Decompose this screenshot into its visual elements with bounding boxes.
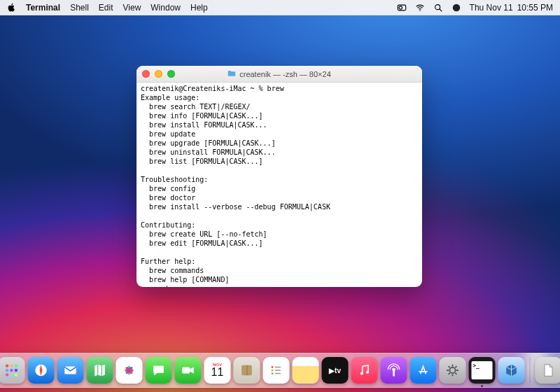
dock-terminal-icon[interactable]: >_ [469, 357, 496, 384]
svg-point-12 [10, 369, 13, 372]
dock-maps-icon[interactable] [87, 357, 113, 384]
terminal-output[interactable]: createnik@Createniks-iMac ~ % brew Examp… [136, 83, 422, 287]
menu-help[interactable]: Help [190, 3, 208, 13]
svg-point-14 [6, 373, 8, 376]
svg-point-4 [452, 4, 460, 11]
menu-bar: Terminal Shell Edit View Window Help Thu… [0, 0, 560, 15]
dock-contacts-icon[interactable] [234, 357, 260, 384]
dock-downloads-icon[interactable] [536, 357, 561, 384]
svg-point-33 [360, 372, 363, 374]
window-close-button[interactable] [142, 70, 150, 78]
menu-view[interactable]: View [123, 3, 141, 13]
svg-rect-1 [399, 6, 402, 8]
menubar-date[interactable]: Thu Nov 11 [470, 3, 513, 13]
svg-rect-18 [64, 367, 76, 374]
dock-podcasts-icon[interactable] [381, 357, 407, 384]
svg-point-2 [419, 10, 421, 11]
dock-photos-icon[interactable] [116, 357, 143, 384]
menu-shell[interactable]: Shell [70, 3, 89, 13]
svg-point-3 [435, 4, 440, 9]
svg-point-13 [15, 369, 18, 372]
svg-point-31 [272, 370, 274, 372]
svg-point-9 [10, 364, 13, 367]
window-titlebar[interactable]: createnik — -zsh — 80×24 [136, 66, 422, 83]
wifi-icon[interactable] [415, 3, 425, 13]
siri-icon[interactable] [451, 3, 461, 13]
svg-point-8 [6, 364, 8, 367]
dock-tv-icon[interactable]: ▶tv [322, 357, 349, 384]
menu-window[interactable]: Window [150, 3, 181, 13]
svg-point-16 [15, 373, 18, 376]
dock-facetime-icon[interactable] [175, 357, 202, 384]
dock-safari-icon[interactable] [28, 357, 55, 384]
dock-music-icon[interactable] [351, 357, 378, 384]
dock-mail-icon[interactable] [57, 357, 84, 384]
svg-point-34 [366, 371, 369, 374]
dock-notes-icon[interactable] [293, 357, 319, 384]
terminal-window[interactable]: createnik — -zsh — 80×24 createnik@Creat… [136, 66, 422, 287]
dock: NOV11▶tv>_ [0, 353, 560, 388]
svg-point-10 [15, 364, 18, 367]
control-center-icon[interactable] [397, 3, 407, 13]
dock-preferences-icon[interactable] [440, 357, 466, 384]
dock-appstore-icon[interactable] [410, 357, 437, 384]
app-menu[interactable]: Terminal [26, 3, 60, 13]
svg-point-15 [10, 373, 13, 376]
menubar-time[interactable]: 10:55 PM [517, 3, 553, 13]
svg-point-11 [6, 369, 8, 372]
svg-rect-29 [247, 365, 248, 376]
menu-edit[interactable]: Edit [99, 3, 113, 13]
folder-icon [227, 69, 236, 79]
spotlight-icon[interactable] [433, 3, 443, 13]
dock-calendar-icon[interactable]: NOV11 [204, 357, 231, 384]
svg-point-36 [449, 368, 455, 373]
svg-rect-27 [182, 367, 190, 373]
dock-reminders-icon[interactable] [263, 357, 290, 384]
svg-point-32 [272, 372, 274, 374]
apple-menu-icon[interactable] [7, 3, 16, 12]
dock-separator [530, 358, 531, 383]
window-minimize-button[interactable] [155, 70, 162, 78]
dock-virtualbox-icon[interactable] [498, 357, 525, 384]
svg-point-30 [272, 366, 274, 368]
dock-messages-icon[interactable] [146, 357, 172, 384]
dock-launchpad-icon[interactable] [0, 357, 25, 384]
window-title: createnik — -zsh — 80×24 [239, 70, 331, 78]
window-zoom-button[interactable] [167, 70, 175, 78]
